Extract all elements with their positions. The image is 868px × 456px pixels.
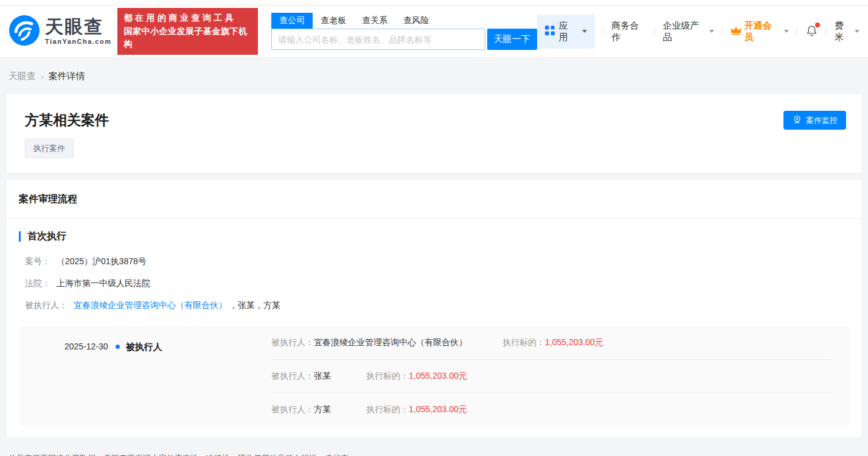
notifications-button[interactable]	[805, 24, 818, 39]
timeline-date: 2025-12-30	[64, 342, 108, 351]
chevron-down-icon	[855, 30, 859, 33]
case-header-card: 方某相关案件 执行案件 案件监控	[7, 94, 861, 173]
court-row: 法院： 上海市第一中级人民法院	[25, 278, 843, 289]
amount-value: 1,055,203.00元	[409, 371, 467, 382]
stage-accent-bar	[19, 231, 21, 242]
executee-label: 被执行人：	[25, 300, 68, 310]
monitor-icon	[792, 114, 802, 127]
chevron-down-icon	[582, 30, 587, 33]
username: 费米	[835, 20, 852, 43]
case-number-value: （2025）沪01执3878号	[57, 256, 147, 266]
case-number-label: 案号：	[25, 256, 50, 266]
case-monitor-button[interactable]: 案件监控	[783, 111, 846, 130]
tianyancha-logo-icon	[9, 15, 40, 49]
logo-subtitle: TianYanCha.com	[45, 38, 111, 45]
apps-grid-icon	[545, 26, 555, 37]
footer-disclaimer: 信息来源于网络公开数据，天眼查不保证内容的真实性、准确性，请你使用信息前自行进一…	[0, 437, 868, 456]
breadcrumb-current: 案件详情	[49, 71, 85, 82]
amount-value: 1,055,203.00元	[409, 404, 467, 415]
search-input[interactable]	[271, 29, 485, 50]
breadcrumb: 天眼查 › 案件详情	[0, 58, 868, 94]
amount-label: 执行标的：	[502, 337, 545, 348]
record-label: 被执行人：	[271, 337, 314, 348]
amount-label: 执行标的：	[366, 371, 409, 382]
nav-divider	[603, 27, 603, 36]
timeline-node: 2025-12-30 被执行人	[19, 326, 271, 426]
executee-record-row: 被执行人： 方某 执行标的： 1,055,203.00元	[271, 393, 831, 426]
logo[interactable]: 天眼查 TianYanCha.com	[9, 15, 111, 49]
apps-menu[interactable]: 应用	[537, 15, 595, 49]
court-value: 上海市第一中级人民法院	[57, 278, 150, 288]
tab-search-relation[interactable]: 查关系	[354, 13, 395, 29]
header: 天眼查 TianYanCha.com 都在用的商业查询工具 国家中小企业发展子基…	[0, 5, 868, 58]
case-meta: 案号： （2025）沪01执3878号 法院： 上海市第一中级人民法院 被执行人…	[7, 243, 861, 311]
executee-record-row: 被执行人： 张某 执行标的： 1,055,203.00元	[271, 359, 831, 393]
executee-record-row: 被执行人： 宜春浪绫企业管理咨询中心（有限合伙） 执行标的： 1,055,203…	[271, 326, 831, 359]
crown-icon	[731, 26, 741, 37]
tab-search-boss[interactable]: 查老板	[313, 13, 354, 29]
brand-slogan-badge: 都在用的商业查询工具 国家中小企业发展子基金旗下机构	[117, 8, 258, 55]
search-button[interactable]: 天眼一下	[487, 29, 537, 50]
record-label: 被执行人：	[271, 371, 314, 382]
top-divider	[0, 0, 868, 5]
record-name: 张某	[314, 371, 331, 382]
court-label: 法院：	[25, 278, 50, 288]
nav-enterprise-products[interactable]: 企业级产品	[663, 20, 714, 43]
nav-divider	[826, 27, 827, 36]
search-tabs: 查公司 查老板 查关系 查风险	[271, 13, 536, 29]
tab-search-risk[interactable]: 查风险	[395, 13, 437, 29]
record-name: 方某	[314, 404, 331, 415]
tab-search-company[interactable]: 查公司	[271, 13, 313, 29]
nav-business-cooperation[interactable]: 商务合作	[611, 20, 646, 43]
case-type-tag: 执行案件	[25, 139, 74, 158]
record-name-link[interactable]: 宜春浪绫企业管理咨询中心（有限合伙）	[314, 337, 467, 348]
enterprise-products-label: 企业级产品	[663, 20, 706, 43]
breadcrumb-separator: ›	[41, 72, 44, 82]
timeline-node-label: 被执行人	[126, 342, 162, 353]
chevron-down-icon	[784, 30, 789, 33]
stage-title: 首次执行	[27, 230, 66, 243]
nav-open-vip[interactable]: 开通会员	[731, 20, 789, 43]
nav-divider	[654, 27, 655, 36]
logo-title: 天眼查	[45, 18, 111, 36]
breadcrumb-home[interactable]: 天眼查	[9, 71, 36, 82]
timeline-rows: 被执行人： 宜春浪绫企业管理咨询中心（有限合伙） 执行标的： 1,055,203…	[271, 326, 849, 426]
section-title: 案件审理流程	[7, 180, 861, 218]
badge-line2: 国家中小企业发展子基金旗下机构	[123, 25, 252, 51]
nav-divider	[797, 27, 797, 36]
executee-others: ，张某，方某	[229, 300, 280, 310]
amount-label: 执行标的：	[366, 404, 409, 415]
nav-divider	[722, 27, 723, 36]
record-label: 被执行人：	[271, 404, 314, 415]
user-menu[interactable]: 费米	[835, 20, 859, 43]
header-nav: 应用 商务合作 企业级产品 开通会员	[537, 15, 859, 49]
chevron-down-icon	[709, 30, 714, 33]
case-flow-card: 案件审理流程 首次执行 案号： （2025）沪01执3878号 法院： 上海市第…	[7, 180, 861, 437]
amount-value: 1,055,203.00元	[545, 337, 603, 348]
search-area: 查公司 查老板 查关系 查风险 天眼一下	[271, 13, 536, 50]
case-monitor-label: 案件监控	[806, 115, 838, 126]
apps-label: 应用	[559, 20, 575, 43]
vip-label: 开通会员	[745, 20, 778, 43]
notification-dot	[815, 23, 820, 27]
timeline-panel: 2025-12-30 被执行人 被执行人： 宜春浪绫企业管理咨询中心（有限合伙）…	[19, 326, 849, 426]
case-number-row: 案号： （2025）沪01执3878号	[25, 256, 843, 267]
timeline-dot-icon	[116, 345, 120, 349]
executee-row: 被执行人： 宜春浪绫企业管理咨询中心（有限合伙） ，张某，方某	[25, 300, 843, 311]
stage-header: 首次执行	[7, 218, 861, 243]
executee-company-link[interactable]: 宜春浪绫企业管理咨询中心（有限合伙）	[74, 300, 227, 310]
page-title: 方某相关案件	[25, 111, 843, 130]
badge-line1: 都在用的商业查询工具	[123, 12, 252, 25]
